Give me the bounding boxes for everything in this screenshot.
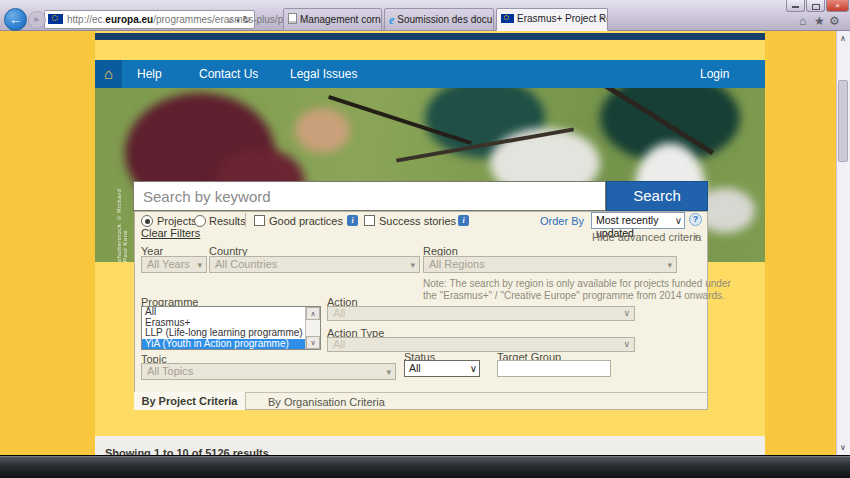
scrollbar-down-icon[interactable]: ∨ [836, 440, 850, 455]
radio-results-label: Results [209, 215, 246, 227]
listbox-scrollbar[interactable]: ∧ ∨ [305, 307, 320, 349]
chevron-down-icon: ∨ [675, 214, 682, 227]
caret-down-icon: ▾ [667, 259, 672, 272]
nav-home-button[interactable]: ⌂ [95, 60, 122, 88]
triangle-up-icon[interactable]: ▴ [694, 231, 698, 240]
divider [245, 213, 246, 227]
search-button[interactable]: Search [606, 181, 708, 211]
ie-icon: e [389, 13, 394, 28]
checkbox-success-stories-label: Success stories [379, 215, 456, 227]
home-icon[interactable]: ⌂ [799, 14, 806, 28]
tab-by-project-criteria[interactable]: By Project Criteria [134, 392, 246, 410]
browser-tab-active[interactable]: Erasmus+ Project Results - I... × [496, 8, 608, 31]
browser-tab-2[interactable]: eSoumission des documentsSou... [384, 8, 494, 31]
topic-select: All Topics▾ [141, 363, 396, 380]
address-bar-icons: ⌕ ▾ ↻ [228, 11, 251, 29]
nav-item-legal-issues[interactable]: Legal Issues [290, 60, 357, 88]
back-button[interactable]: ← [4, 8, 27, 31]
document-icon [288, 13, 297, 24]
tab-title: Erasmus+ Project Results - I... [517, 13, 608, 24]
search-magnifier-icon[interactable]: ⌕ [228, 14, 234, 25]
radio-results[interactable] [194, 215, 206, 227]
scrollbar-up-icon[interactable]: ∧ [836, 31, 850, 46]
status-value: All [409, 362, 421, 374]
photo-player-blob [295, 108, 350, 153]
photo-credit: shutterstock © Richard Paul Kane [116, 183, 128, 262]
results-bar: Showing 1 to 10 of 5126 results [95, 436, 765, 455]
close-icon: × [835, 1, 840, 10]
tab-title: Management corner – octobre... [300, 14, 382, 25]
eu-flag-icon [501, 14, 514, 23]
programme-option-selected[interactable]: YiA (Youth in Action programme) [142, 339, 320, 350]
region-select[interactable]: All Regions▾ [423, 256, 677, 273]
info-icon[interactable]: i [458, 215, 469, 226]
screen: ← ► http://ec.europa.eu/programmes/erasm… [0, 0, 850, 478]
help-icon[interactable]: ? [689, 213, 702, 226]
target-group-input[interactable] [497, 360, 611, 377]
checkbox-good-practices-label: Good practices [269, 215, 343, 227]
nav-item-login[interactable]: Login [700, 60, 729, 88]
scroll-up-icon[interactable]: ∧ [306, 307, 320, 320]
refresh-icon[interactable]: ↻ [243, 14, 251, 25]
order-by-select[interactable]: Most recently updated ∨ [591, 212, 685, 229]
taskbar: W e O A P FR ▲ 20:40 05/10/2015 [0, 455, 850, 478]
nav-item-help[interactable]: Help [137, 60, 162, 88]
action-value: All [333, 307, 345, 319]
maximize-button[interactable] [806, 0, 825, 12]
site-navbar: ⌂ Help Contact Us Legal Issues Login [95, 60, 765, 88]
close-button[interactable]: × [826, 0, 849, 12]
programme-option[interactable]: LLP (Life-long learning programme) [142, 328, 320, 339]
status-select[interactable]: All ∨ [404, 360, 480, 377]
checkbox-good-practices[interactable] [254, 215, 265, 226]
results-count-text: Showing 1 to 10 of 5126 results [105, 447, 269, 455]
search-input[interactable] [133, 181, 606, 211]
nav-item-contact-us[interactable]: Contact Us [199, 60, 258, 88]
favorites-star-icon[interactable]: ★ [814, 14, 825, 28]
scrollbar-thumb[interactable] [838, 80, 848, 162]
url-dropdown-icon[interactable]: ▾ [236, 17, 240, 24]
action-type-value: All [333, 338, 345, 350]
region-note-line1: Note: The search by region is only avail… [423, 278, 731, 289]
browser-tab-1[interactable]: Management corner – octobre... [283, 8, 382, 31]
clear-filters-link[interactable]: Clear Filters [141, 227, 200, 239]
country-value: All Countries [215, 258, 277, 270]
home-icon: ⌂ [104, 65, 113, 82]
address-bar[interactable]: http://ec.europa.eu/programmes/erasmus-p… [44, 10, 255, 29]
eu-flag-favicon [48, 14, 63, 24]
scroll-down-icon[interactable]: ∨ [306, 336, 320, 349]
action-select: All ∨ [327, 306, 635, 321]
forward-icon: ► [33, 15, 41, 24]
url-text: http://ec.europa.eu/programmes/erasmus-p… [67, 11, 315, 28]
browser-chrome: ← ► http://ec.europa.eu/programmes/erasm… [0, 0, 850, 31]
caret-down-icon: ▾ [386, 366, 391, 379]
page-viewport: ⌂ Help Contact Us Legal Issues Login shu… [0, 31, 850, 455]
order-by-label: Order By [540, 215, 584, 227]
region-value: All Regions [429, 258, 485, 270]
chevron-down-icon: ∨ [470, 362, 477, 375]
tab-close-icon[interactable]: × [599, 13, 604, 23]
info-icon[interactable]: i [347, 215, 358, 226]
year-select[interactable]: All Years▾ [141, 256, 207, 273]
checkbox-success-stories[interactable] [364, 215, 375, 226]
radio-projects-label: Projects [157, 215, 197, 227]
region-note-line2: the "Erasmus+" / "Creative Europe" progr… [423, 290, 725, 301]
caret-down-icon: ▾ [410, 259, 415, 272]
forward-button[interactable]: ► [28, 11, 46, 29]
topic-value: All Topics [147, 365, 193, 377]
settings-gear-icon[interactable]: ⚙ [829, 14, 840, 28]
chevron-down-icon: ∨ [623, 308, 630, 319]
chevron-down-icon: ∨ [623, 339, 630, 350]
tab-by-organisation-criteria[interactable]: By Organisation Criteria [268, 396, 385, 408]
back-icon: ← [9, 12, 22, 27]
action-type-select: All ∨ [327, 337, 635, 352]
hide-advanced-link[interactable]: Hide advanced criteria [592, 231, 701, 243]
programme-listbox[interactable]: All Erasmus+ LLP (Life-long learning pro… [141, 306, 321, 350]
country-select[interactable]: All Countries▾ [209, 256, 420, 273]
top-banner-strip [95, 33, 765, 40]
programme-option[interactable]: All [142, 307, 320, 318]
radio-projects[interactable] [141, 215, 153, 227]
tab-title: Soumission des documentsSou... [397, 14, 494, 25]
caret-down-icon: ▾ [197, 259, 202, 272]
minimize-button[interactable] [786, 0, 805, 12]
year-value: All Years [147, 258, 190, 270]
